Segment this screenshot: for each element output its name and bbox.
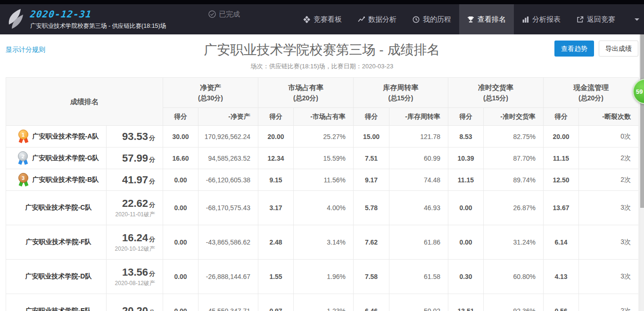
score-cell: 0.00 — [163, 169, 198, 191]
team-cell: 广安职业技术学院-D队 — [6, 260, 107, 294]
export-scores-button[interactable]: 导出成绩 — [599, 41, 638, 57]
group-header-4: 现金流管理(总20分) — [544, 78, 639, 108]
total-score-cell: 41.97分 — [107, 169, 163, 191]
ranking-table: 成绩排名 净资产(总30分)市场占有率(总20分)库存周转率(总15分)准时交货… — [6, 77, 639, 311]
view-trend-button[interactable]: 查看趋势 — [554, 41, 594, 57]
bankrupt-date: 2020-11-01破产 — [107, 211, 155, 219]
nav-menu: 竞赛看板数据分析我的历程查看排名分析报表返回竞赛 — [295, 4, 623, 34]
scrollbar-thumb[interactable] — [640, 34, 644, 208]
team-name: 广安职业技术学院-G队 — [32, 154, 99, 163]
score-cell: 2.48 — [258, 225, 294, 260]
score-cell: 1.55 — [258, 260, 294, 294]
value-cell: -26,888,144.67 — [198, 260, 258, 294]
nav-item-0[interactable]: 竞赛看板 — [295, 4, 350, 34]
value-cell: -66,120,605.38 — [198, 169, 258, 191]
score-cell: 0.56 — [544, 294, 579, 311]
value-cell: 60.99 — [389, 147, 448, 169]
total-score: 93.53 — [122, 131, 148, 142]
value-cell: 92.36% — [484, 294, 544, 311]
score-cell: 0.00 — [448, 225, 484, 260]
score-cell: 11.15 — [544, 147, 579, 169]
team-name: 广安职业技术学院-C队 — [25, 204, 92, 212]
nav-item-label: 返回竞赛 — [587, 15, 615, 24]
team-name: 广安职业技术学院-A队 — [33, 132, 99, 141]
score-cell: 9.17 — [354, 169, 389, 191]
score-cell: 20.00 — [258, 126, 294, 147]
vertical-scrollbar[interactable] — [639, 34, 644, 311]
score-subheader-1: 得分 — [258, 108, 294, 126]
team-cell: 1广安职业技术学院-A队 — [6, 126, 107, 147]
value-cell: 2次 — [579, 147, 639, 169]
value-cell: 11.56% — [294, 169, 354, 191]
group-header-1: 市场占有率(总20分) — [258, 78, 354, 108]
nav-item-5[interactable]: 返回竞赛 — [569, 4, 623, 34]
value-cell: -45,550,347.71 — [198, 294, 258, 311]
nav-item-1[interactable]: 数据分析 — [350, 4, 405, 34]
gold-medal-icon: 1 — [18, 130, 29, 144]
total-score-cell: 20.20分 — [107, 294, 163, 311]
total-score: 41.97 — [122, 174, 148, 186]
table-row-3: 3广安职业技术学院-B队41.97分0.00-66,120,605.389.15… — [6, 169, 639, 191]
table-row-5: 广安职业技术学院-F队16.24分2020-10-12破产0.00-43,865… — [6, 225, 639, 260]
score-cell: 0.00 — [448, 191, 484, 225]
nav-item-label: 数据分析 — [368, 15, 396, 24]
score-subheader-3: 得分 — [448, 108, 484, 126]
page-title: 广安职业技术学院校赛第三场 - 成绩排名 — [0, 42, 644, 58]
bankrupt-date: 2020-10-12破产 — [107, 245, 155, 253]
show-scoring-rules-link[interactable]: 显示计分规则 — [6, 46, 45, 54]
team-cell: 广安职业技术学院-E队 — [6, 294, 107, 311]
nav-item-3[interactable]: 查看排名 — [459, 4, 514, 34]
check-circle-icon — [208, 10, 216, 18]
team-name: 广安职业技术学院-E队 — [25, 307, 91, 311]
value-cell: 87.70% — [484, 147, 544, 169]
nav-dropdown-caret[interactable] — [630, 4, 644, 34]
score-cell: 10.39 — [448, 147, 484, 169]
value-cell: 3次 — [579, 260, 639, 294]
wing-logo-icon — [6, 8, 25, 31]
value-cell: 50.02 — [389, 294, 448, 311]
score-cell: 3.17 — [258, 191, 294, 225]
value-cell: 3.14% — [294, 225, 354, 260]
team-name: 广安职业技术学院-D队 — [25, 272, 92, 281]
score-cell: 4.13 — [544, 260, 579, 294]
total-score-cell: 57.99分 — [107, 147, 163, 169]
table-row-2: 2广安职业技术学院-G队57.99分16.6094,585,263.5212.3… — [6, 147, 639, 169]
score-subheader-0: 得分 — [163, 108, 198, 126]
score-cell: 6.14 — [544, 225, 579, 260]
total-score-cell: 13.56分2020-08-12破产 — [107, 260, 163, 294]
page: 2020-12-31 广安职业技术学院校赛第三场 - 供应链比赛(18:15)场… — [0, 0, 644, 311]
total-score: 13.56 — [122, 266, 148, 278]
score-cell: 9.15 — [258, 169, 294, 191]
score-cell: 6.46 — [354, 294, 389, 311]
value-subheader-3: -准时交货率 — [484, 108, 544, 126]
group-header-3: 准时交货率(总15分) — [448, 78, 544, 108]
nav-item-4[interactable]: 分析报表 — [514, 4, 569, 34]
badge-count: 59 — [636, 88, 643, 95]
value-cell: 26.87% — [484, 191, 544, 225]
team-name: 广安职业技术学院-B队 — [33, 176, 99, 184]
report-icon — [522, 16, 529, 23]
table-row-1: 1广安职业技术学院-A队93.53分30.00170,926,562.2420.… — [6, 126, 639, 147]
value-cell: 31.24% — [484, 225, 544, 260]
rank-column-header: 成绩排名 — [6, 78, 163, 126]
value-cell: 1.23% — [294, 294, 354, 311]
total-score: 57.99 — [122, 152, 148, 164]
nav-item-label: 竞赛看板 — [314, 15, 342, 24]
value-cell: -68,170,575.43 — [198, 191, 258, 225]
status-label: 已完成 — [219, 10, 240, 19]
value-cell: 82.75% — [484, 126, 544, 147]
score-cell: 12.34 — [258, 147, 294, 169]
bankrupt-date: 2020-08-12破产 — [107, 279, 155, 287]
value-cell: 4.00% — [294, 191, 354, 225]
score-cell: 7.62 — [354, 225, 389, 260]
group-header-0: 净资产(总30分) — [163, 78, 258, 108]
value-cell: 3次 — [579, 225, 639, 260]
score-cell: 7.51 — [354, 147, 389, 169]
page-header: 显示计分规则 广安职业技术学院校赛第三场 - 成绩排名 场次：供应链比赛(18:… — [0, 34, 644, 71]
value-cell: 94,585,263.52 — [198, 147, 258, 169]
score-cell: 12.50 — [544, 169, 579, 191]
total-score-cell: 16.24分2020-10-12破产 — [107, 225, 163, 260]
nav-item-2[interactable]: 我的历程 — [405, 4, 459, 34]
nav-item-label: 查看排名 — [478, 15, 506, 24]
score-cell: 20.00 — [544, 126, 579, 147]
